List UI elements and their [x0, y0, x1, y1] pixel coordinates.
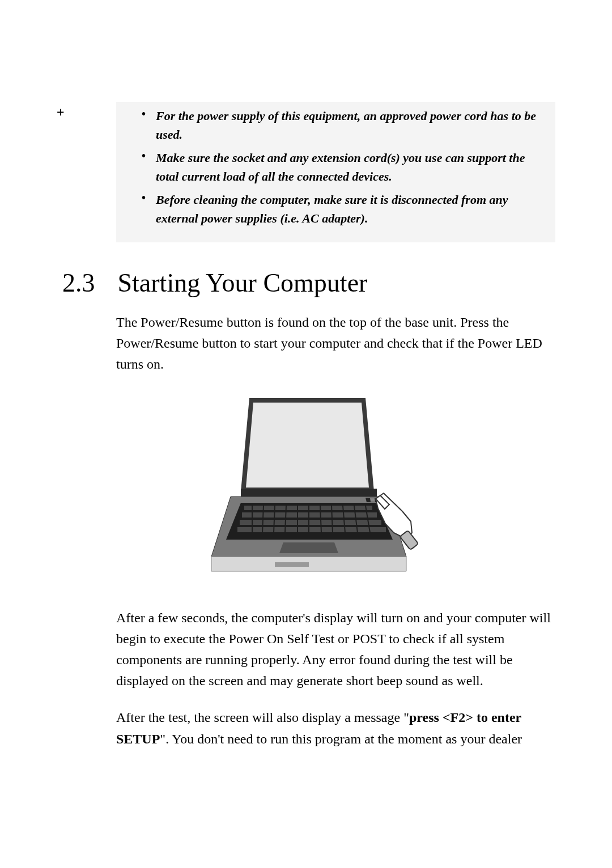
setup-paragraph: After the test, the screen will also dis… [116, 707, 555, 749]
intro-paragraph: The Power/Resume button is found on the … [116, 312, 555, 375]
bullet-dot-icon: • [142, 189, 146, 228]
bullet-text: Before cleaning the computer, make sure … [156, 190, 544, 228]
bullet-item: • Make sure the socket and any extension… [128, 148, 544, 186]
bullet-item: • For the power supply of this equipment… [128, 106, 544, 144]
plus-marker: + [57, 105, 64, 120]
bullet-text: Make sure the socket and any extension c… [156, 148, 544, 186]
section-header: 2.3 Starting Your Computer [62, 268, 555, 298]
svg-rect-9 [237, 527, 386, 532]
bullet-item: • Before cleaning the computer, make sur… [128, 190, 544, 228]
svg-marker-23 [370, 498, 375, 502]
svg-marker-1 [246, 403, 369, 488]
svg-rect-8 [240, 520, 381, 525]
warning-note-box: + • For the power supply of this equipme… [116, 102, 555, 242]
svg-rect-26 [275, 562, 309, 567]
section-title: Starting Your Computer [118, 268, 368, 298]
laptop-illustration [62, 392, 555, 585]
svg-rect-2 [241, 489, 377, 497]
section-number: 2.3 [62, 268, 95, 298]
post-paragraph: After a few seconds, the computer's disp… [116, 608, 555, 692]
setup-text-pre: After the test, the screen will also dis… [116, 710, 409, 725]
bullet-dot-icon: • [142, 147, 146, 186]
setup-text-post: ". You don't need to run this program at… [160, 732, 522, 746]
bullet-text: For the power supply of this equipment, … [156, 106, 544, 144]
laptop-power-icon [196, 392, 422, 585]
bullet-dot-icon: • [142, 105, 146, 144]
svg-marker-21 [279, 542, 338, 553]
